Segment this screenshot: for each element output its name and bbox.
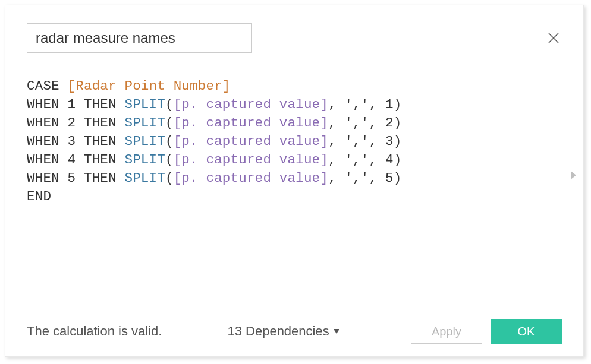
- split-index: 4: [385, 152, 394, 167]
- keyword-when: WHEN: [27, 115, 59, 131]
- function-split: SPLIT: [124, 134, 165, 149]
- ok-button[interactable]: OK: [491, 319, 562, 344]
- keyword-end: END: [27, 189, 51, 204]
- keyword-then: THEN: [84, 170, 117, 186]
- param-captured-value: [p. captured value]: [174, 152, 328, 167]
- validation-status: The calculation is valid.: [27, 324, 162, 339]
- keyword-then: THEN: [84, 134, 117, 149]
- separator-literal: ',': [344, 170, 369, 186]
- comma: ,: [369, 170, 385, 186]
- comma: ,: [369, 115, 385, 131]
- close-button[interactable]: [545, 30, 562, 46]
- dependencies-label: 13 Dependencies: [227, 324, 329, 339]
- comma: ,: [328, 170, 344, 186]
- split-index: 5: [385, 170, 394, 186]
- chevron-right-icon: [569, 170, 577, 181]
- paren-close: ): [394, 152, 402, 167]
- param-captured-value: [p. captured value]: [174, 97, 328, 112]
- paren-close: ): [394, 170, 402, 186]
- function-split: SPLIT: [124, 97, 165, 112]
- svg-marker-2: [571, 171, 576, 179]
- scroll-right-button[interactable]: [569, 170, 577, 181]
- keyword-when: WHEN: [27, 97, 59, 112]
- keyword-when: WHEN: [27, 170, 59, 186]
- formula-editor-container: CASE [Radar Point Number] WHEN 1 THEN SP…: [27, 77, 562, 314]
- comma: ,: [328, 134, 344, 149]
- paren-close: ): [394, 134, 402, 149]
- keyword-when: WHEN: [27, 152, 59, 167]
- calculated-field-dialog: CASE [Radar Point Number] WHEN 1 THEN SP…: [5, 5, 584, 357]
- comma: ,: [369, 152, 385, 167]
- paren-close: ): [394, 97, 402, 112]
- when-value: 5: [68, 170, 76, 186]
- svg-marker-3: [334, 329, 339, 334]
- dialog-header: [27, 23, 562, 53]
- keyword-when: WHEN: [27, 134, 59, 149]
- when-value: 4: [68, 152, 76, 167]
- when-value: 3: [68, 134, 76, 149]
- formula-editor[interactable]: CASE [Radar Point Number] WHEN 1 THEN SP…: [27, 77, 562, 206]
- comma: ,: [328, 115, 344, 131]
- function-split: SPLIT: [124, 152, 165, 167]
- split-index: 3: [385, 134, 394, 149]
- keyword-then: THEN: [84, 115, 117, 131]
- comma: ,: [369, 134, 385, 149]
- field-name-input[interactable]: [27, 23, 252, 53]
- comma: ,: [328, 152, 344, 167]
- when-value: 2: [68, 115, 76, 131]
- apply-button[interactable]: Apply: [411, 319, 482, 344]
- separator-literal: ',': [344, 97, 369, 112]
- field-radar-point-number: [Radar Point Number]: [68, 78, 231, 94]
- paren-open: (: [165, 115, 174, 131]
- dialog-footer: The calculation is valid. 13 Dependencie…: [27, 319, 562, 343]
- paren-open: (: [165, 170, 174, 186]
- split-index: 1: [385, 97, 394, 112]
- param-captured-value: [p. captured value]: [174, 134, 328, 149]
- comma: ,: [328, 97, 344, 112]
- paren-open: (: [165, 97, 174, 112]
- keyword-then: THEN: [84, 152, 117, 167]
- separator-literal: ',': [344, 152, 369, 167]
- text-caret: [51, 188, 51, 202]
- close-icon: [548, 32, 559, 44]
- paren-open: (: [165, 134, 174, 149]
- paren-open: (: [165, 152, 174, 167]
- param-captured-value: [p. captured value]: [174, 170, 328, 186]
- chevron-down-icon: [333, 328, 340, 334]
- keyword-case: CASE: [27, 78, 59, 94]
- separator-literal: ',': [344, 115, 369, 131]
- when-value: 1: [68, 97, 76, 112]
- keyword-then: THEN: [84, 97, 117, 112]
- function-split: SPLIT: [124, 115, 165, 131]
- ok-label: OK: [518, 325, 535, 338]
- separator-literal: ',': [344, 134, 369, 149]
- divider: [27, 65, 562, 65]
- paren-close: ): [394, 115, 402, 131]
- function-split: SPLIT: [124, 170, 165, 186]
- comma: ,: [369, 97, 385, 112]
- param-captured-value: [p. captured value]: [174, 115, 328, 131]
- split-index: 2: [385, 115, 394, 131]
- apply-label: Apply: [432, 325, 461, 338]
- dependencies-dropdown[interactable]: 13 Dependencies: [227, 324, 339, 339]
